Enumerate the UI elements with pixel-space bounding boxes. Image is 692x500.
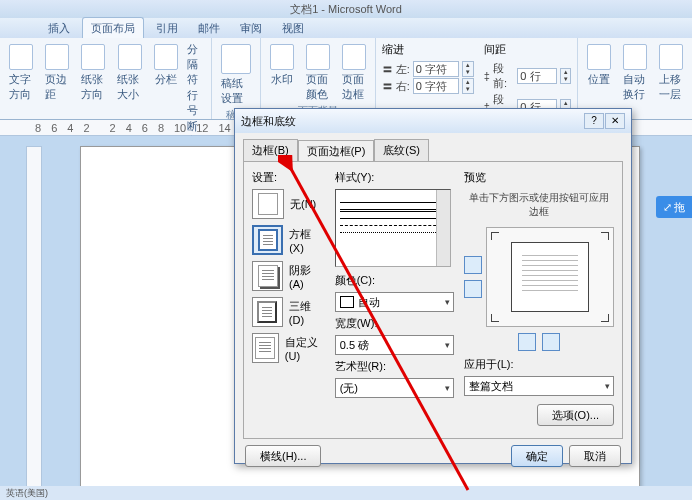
tab-borders[interactable]: 边框(B) — [243, 139, 298, 161]
status-bar: 英语(美国) — [0, 486, 692, 500]
border-top-toggle[interactable] — [464, 256, 482, 274]
label: 页边距 — [45, 72, 69, 102]
corner-icon — [491, 232, 499, 240]
label: 页面颜色 — [306, 72, 330, 102]
side-widget-label: 拖 — [674, 200, 685, 215]
preview-hint: 单击下方图示或使用按钮可应用边框 — [464, 189, 614, 221]
right-label: 右: — [396, 79, 410, 94]
preview-box — [486, 227, 614, 327]
indent-icon: 〓 — [382, 62, 393, 77]
label: 纸张方向 — [81, 72, 105, 102]
threed-label: 三维(D) — [289, 299, 325, 326]
indent-right-input[interactable]: 0 字符 — [413, 78, 459, 94]
label: 文字方向 — [9, 72, 33, 102]
setting-custom[interactable] — [252, 333, 279, 363]
setting-shadow[interactable] — [252, 261, 283, 291]
shadow-label: 阴影(A) — [289, 263, 325, 290]
orientation-button[interactable]: 纸张方向 — [78, 42, 108, 104]
apply-to-combo[interactable]: 整篇文档 — [464, 376, 614, 396]
tab-shading[interactable]: 底纹(S) — [374, 139, 429, 161]
label: 稿纸设置 — [221, 76, 251, 106]
tab-review[interactable]: 审阅 — [232, 18, 270, 38]
border-bottom-toggle[interactable] — [464, 280, 482, 298]
group-manuscript: 稿纸设置 稿纸 — [212, 38, 261, 119]
indent-icon: 〓 — [382, 79, 393, 94]
label: 自动换行 — [623, 72, 647, 102]
width-combo[interactable]: 0.5 磅 — [335, 335, 454, 355]
margins-button[interactable]: 页边距 — [42, 42, 72, 104]
label: 位置 — [588, 72, 610, 87]
columns-button[interactable]: 分栏 — [151, 42, 181, 89]
window-title: 文档1 - Microsoft Word — [0, 0, 692, 18]
close-icon[interactable]: ✕ — [605, 113, 625, 129]
group-arrange: 位置 自动换行 上移一层 — [578, 38, 692, 119]
setting-label: 设置: — [252, 170, 325, 185]
borders-shading-dialog: 边框和底纹 ? ✕ 边框(B) 页面边框(P) 底纹(S) 设置: 无(N) 方… — [234, 108, 632, 464]
art-label: 艺术型(R): — [335, 359, 454, 374]
group-page-setup: 文字方向 页边距 纸张方向 纸张大小 分栏 分隔符 行号 断字 页面设置 — [0, 38, 212, 119]
vertical-ruler[interactable] — [26, 146, 42, 500]
page-color-button[interactable]: 页面颜色 — [303, 42, 333, 104]
style-listbox[interactable] — [335, 189, 451, 267]
corner-icon — [601, 232, 609, 240]
position-button[interactable]: 位置 — [584, 42, 614, 89]
page-border-button[interactable]: 页面边框 — [339, 42, 369, 104]
spinner[interactable]: ▲▼ — [462, 78, 474, 94]
border-right-toggle[interactable] — [542, 333, 560, 351]
tab-page-borders[interactable]: 页面边框(P) — [298, 140, 375, 162]
before-label: 段前: — [493, 61, 514, 91]
text-direction-button[interactable]: 文字方向 — [6, 42, 36, 104]
tab-page-layout[interactable]: 页面布局 — [82, 17, 144, 38]
size-button[interactable]: 纸张大小 — [114, 42, 144, 104]
line-numbers-button[interactable]: 行号 — [187, 88, 205, 118]
manuscript-button[interactable]: 稿纸设置 — [218, 42, 254, 108]
tab-insert[interactable]: 插入 — [40, 18, 78, 38]
style-label: 样式(Y): — [335, 170, 454, 185]
horizontal-line-button[interactable]: 横线(H)... — [245, 445, 321, 467]
left-label: 左: — [396, 62, 410, 77]
wrap-text-button[interactable]: 自动换行 — [620, 42, 650, 104]
width-label: 宽度(W): — [335, 316, 454, 331]
scrollbar[interactable] — [436, 190, 450, 266]
dialog-title: 边框和底纹 — [241, 114, 296, 129]
box-label: 方框(X) — [289, 227, 325, 254]
bring-forward-button[interactable]: 上移一层 — [656, 42, 686, 104]
indent-label: 缩进 — [382, 42, 474, 57]
side-widget[interactable]: ⤢拖 — [656, 196, 692, 218]
border-left-toggle[interactable] — [518, 333, 536, 351]
cancel-button[interactable]: 取消 — [569, 445, 621, 467]
label: 上移一层 — [659, 72, 683, 102]
help-icon[interactable]: ? — [584, 113, 604, 129]
art-combo[interactable]: (无) — [335, 378, 454, 398]
custom-label: 自定义(U) — [285, 335, 325, 362]
tab-view[interactable]: 视图 — [274, 18, 312, 38]
spinner[interactable]: ▲▼ — [560, 68, 571, 84]
none-label: 无(N) — [290, 197, 316, 212]
tab-mailings[interactable]: 邮件 — [190, 18, 228, 38]
space-before-input[interactable]: 0 行 — [517, 68, 557, 84]
spacing-icon: ‡ — [484, 70, 490, 82]
preview-page — [511, 242, 589, 312]
label: 页面边框 — [342, 72, 366, 102]
setting-none[interactable] — [252, 189, 284, 219]
dialog-title-bar[interactable]: 边框和底纹 ? ✕ — [235, 109, 631, 133]
corner-icon — [601, 314, 609, 322]
corner-icon — [491, 314, 499, 322]
setting-box[interactable] — [252, 225, 283, 255]
label: 分栏 — [155, 72, 177, 87]
color-label: 颜色(C): — [335, 273, 454, 288]
options-button[interactable]: 选项(O)... — [537, 404, 614, 426]
color-combo[interactable]: 自动 — [335, 292, 454, 312]
setting-3d[interactable] — [252, 297, 283, 327]
group-page-background: 水印 页面颜色 页面边框 页面背景 — [261, 38, 376, 119]
label: 纸张大小 — [117, 72, 141, 102]
preview-label: 预览 — [464, 170, 614, 185]
tab-references[interactable]: 引用 — [148, 18, 186, 38]
ok-button[interactable]: 确定 — [511, 445, 563, 467]
spinner[interactable]: ▲▼ — [462, 61, 474, 77]
watermark-button[interactable]: 水印 — [267, 42, 297, 89]
indent-left-input[interactable]: 0 字符 — [413, 61, 459, 77]
label: 水印 — [271, 72, 293, 87]
breaks-button[interactable]: 分隔符 — [187, 42, 205, 87]
group-paragraph: 缩进 〓左:0 字符▲▼ 〓右:0 字符▲▼ 间距 ‡段前:0 行▲▼ ‡段后:… — [376, 38, 578, 119]
